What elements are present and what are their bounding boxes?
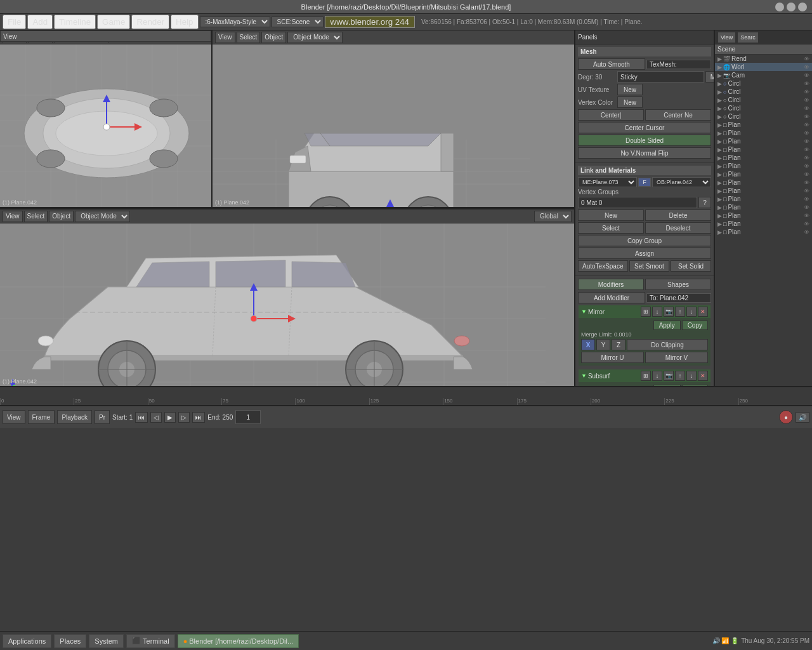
mirror-icon4[interactable]: ↑ <box>675 307 685 317</box>
deselect-mat-btn[interactable]: Deselect <box>645 222 711 234</box>
sticky-input[interactable] <box>617 71 704 83</box>
center-ne-btn[interactable]: Center Ne <box>645 109 711 121</box>
vp-right-view-btn[interactable]: View <box>3 211 23 222</box>
eye-icon-21[interactable]: 👁 <box>804 229 809 235</box>
system-btn[interactable]: System <box>89 634 124 648</box>
view-btn-bottom[interactable]: View <box>3 410 25 424</box>
mirror-icon5[interactable]: ↓ <box>686 307 697 317</box>
mirror-y-btn[interactable]: Y <box>596 339 610 350</box>
no-v-normal-flip-btn[interactable]: No V.Normal Flip <box>578 147 711 159</box>
scene-name-select[interactable]: SCE:Scene <box>272 17 324 27</box>
vp-user-object-btn[interactable]: Object <box>261 32 286 43</box>
subsurf-icon4[interactable]: ↑ <box>675 371 685 381</box>
eye-icon-13[interactable]: 👁 <box>804 163 809 169</box>
viewport-right[interactable]: View Select Object Object Mode Global Ri… <box>0 208 574 386</box>
vp-right-select-btn[interactable]: Select <box>24 211 48 222</box>
do-clipping-btn[interactable]: Do Clipping <box>627 339 708 350</box>
prev-frame-btn[interactable]: ◁ <box>150 412 162 423</box>
viewport-user[interactable]: View Select Object Object Mode User <box>213 30 574 207</box>
tree-item-13[interactable]: ▶ □ Plan 👁 <box>715 162 812 170</box>
ob-select[interactable]: OB:Plane.042 <box>652 177 711 187</box>
eye-icon-10[interactable]: 👁 <box>804 138 809 145</box>
tree-item-14[interactable]: ▶ □ Plan 👁 <box>715 170 812 178</box>
tree-item-21[interactable]: ▶ □ Plan 👁 <box>715 228 812 236</box>
tree-item-4[interactable]: ▶ ○ Circl 👁 <box>715 88 812 96</box>
eye-icon-8[interactable]: 👁 <box>804 122 809 128</box>
eye-icon-16[interactable]: 👁 <box>804 188 809 194</box>
tree-item-9[interactable]: ▶ □ Plan 👁 <box>715 129 812 137</box>
vp-far-right-btn[interactable]: View <box>717 32 736 43</box>
tree-item-18[interactable]: ▶ □ Plan 👁 <box>715 203 812 211</box>
blender-task-btn[interactable]: ● Blender [/home/razi/Desktop/Dil... <box>178 634 299 648</box>
search-btn[interactable]: Searc <box>737 32 759 43</box>
auto-smooth-btn[interactable]: Auto Smooth <box>578 58 645 70</box>
menu-game[interactable]: Game <box>97 15 130 29</box>
tree-item-10[interactable]: ▶ □ Plan 👁 <box>715 137 812 145</box>
tree-item-5[interactable]: ▶ ○ Circl 👁 <box>715 96 812 104</box>
shapes-tab-btn[interactable]: Shapes <box>645 279 711 290</box>
url-button[interactable]: www.blender.org 244 <box>325 16 415 28</box>
terminal-btn[interactable]: ⬛ Terminal <box>126 634 175 648</box>
close-button[interactable] <box>798 3 807 11</box>
vp-top-view-btn[interactable]: View <box>0 30 211 42</box>
pr-btn[interactable]: Pr <box>95 410 110 424</box>
tree-item-8[interactable]: ▶ □ Plan 👁 <box>715 121 812 129</box>
eye-icon-7[interactable]: 👁 <box>804 114 809 120</box>
mirror-x-btn[interactable]: X <box>581 339 595 350</box>
me-select[interactable]: ME:Plane.073 <box>578 177 637 187</box>
eye-icon-1[interactable]: 👁 <box>804 64 809 70</box>
eye-icon-12[interactable]: 👁 <box>804 155 809 161</box>
auto-tex-space-btn[interactable]: AutoTexSpace <box>578 260 628 272</box>
modifiers-tab-btn[interactable]: Modifiers <box>578 279 644 290</box>
vp-right-mode-select[interactable]: Object Mode <box>75 211 130 222</box>
subsurf-icon3[interactable]: 📷 <box>664 371 674 381</box>
mat-question-btn[interactable]: ? <box>698 197 711 208</box>
eye-icon-4[interactable]: 👁 <box>804 89 809 95</box>
play-btn[interactable]: ▶ <box>164 412 176 423</box>
eye-icon-9[interactable]: 👁 <box>804 130 809 136</box>
end-btn[interactable]: ⏭ <box>192 412 205 423</box>
eye-icon-5[interactable]: 👁 <box>804 97 809 103</box>
make-btn[interactable]: Make <box>705 71 714 83</box>
eye-icon-19[interactable]: 👁 <box>804 213 809 219</box>
subsurf-icon5[interactable]: ↓ <box>686 371 697 381</box>
eye-icon-15[interactable]: 👁 <box>804 180 809 186</box>
copy-group-btn[interactable]: Copy Group <box>578 235 711 246</box>
scene-preset-select[interactable]: :6-MaxMaya-Style <box>200 17 270 27</box>
menu-help[interactable]: Help <box>171 15 198 29</box>
transform-select[interactable]: Global <box>534 211 572 222</box>
eye-icon-18[interactable]: 👁 <box>804 204 809 211</box>
eye-icon-20[interactable]: 👁 <box>804 221 809 227</box>
assign-btn[interactable]: Assign <box>578 248 711 259</box>
subsurf-icon1[interactable]: ⊞ <box>641 371 651 381</box>
next-frame-btn[interactable]: ▷ <box>178 412 190 423</box>
tree-item-11[interactable]: ▶ □ Plan 👁 <box>715 145 812 154</box>
eye-icon-14[interactable]: 👁 <box>804 171 809 178</box>
tree-item-cam[interactable]: ▶ 📷 Cam 👁 <box>715 71 812 79</box>
vp-user-mode-select[interactable]: Object Mode <box>287 32 343 43</box>
minimize-button[interactable] <box>775 3 784 11</box>
double-sided-btn[interactable]: Double Sided <box>578 135 711 146</box>
eye-icon-17[interactable]: 👁 <box>804 196 809 202</box>
eye-icon-2[interactable]: 👁 <box>804 72 809 79</box>
frame-btn[interactable]: Frame <box>28 410 55 424</box>
mirror-close-btn[interactable]: ✕ <box>698 307 708 317</box>
record-btn[interactable]: ● <box>779 410 793 424</box>
tree-item-17[interactable]: ▶ □ Plan 👁 <box>715 195 812 203</box>
center-cursor-btn[interactable]: Center Cursor <box>578 122 711 133</box>
new-mat-btn[interactable]: New <box>578 209 644 221</box>
eye-icon-6[interactable]: 👁 <box>804 105 809 112</box>
applications-btn[interactable]: Applications <box>3 634 51 648</box>
subsurf-apply-btn[interactable]: Apply <box>653 385 681 386</box>
set-solid-btn[interactable]: Set Solid <box>671 260 711 272</box>
mat-input[interactable] <box>578 197 697 208</box>
tree-item-6[interactable]: ▶ ○ Circl 👁 <box>715 104 812 112</box>
menu-add[interactable]: Add <box>27 15 53 29</box>
vp-user-view-btn[interactable]: View <box>215 32 235 43</box>
mirror-icon2[interactable]: ↓ <box>652 307 662 317</box>
mirror-v-btn[interactable]: Mirror V <box>645 352 708 363</box>
playback-btn[interactable]: Playback <box>57 410 92 424</box>
start-btn[interactable]: ⏮ <box>135 412 148 423</box>
tree-item-12[interactable]: ▶ □ Plan 👁 <box>715 154 812 162</box>
mirror-icon1[interactable]: ⊞ <box>641 307 651 317</box>
